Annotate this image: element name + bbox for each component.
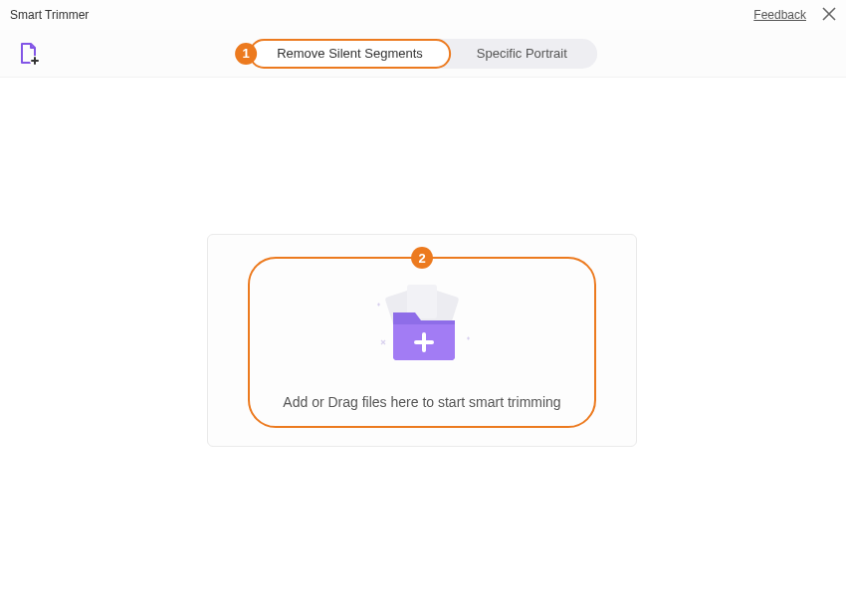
drop-panel: 2	[207, 234, 637, 447]
tab-specific-portrait[interactable]: Specific Portrait	[441, 39, 597, 69]
toolbar: 1 Remove Silent Segments Specific Portra…	[0, 30, 846, 78]
pill-group: Remove Silent Segments Specific Portrait	[249, 39, 597, 69]
mode-tabs: 1 Remove Silent Segments Specific Portra…	[249, 39, 597, 69]
drop-zone[interactable]: 2	[248, 257, 596, 428]
folder-plus-icon	[357, 281, 487, 374]
tab-remove-silent-segments[interactable]: Remove Silent Segments	[249, 39, 451, 69]
app-title: Smart Trimmer	[10, 8, 89, 22]
close-icon[interactable]	[822, 6, 836, 24]
add-file-icon[interactable]	[18, 43, 40, 65]
feedback-link[interactable]: Feedback	[753, 8, 806, 22]
titlebar: Smart Trimmer Feedback	[0, 0, 846, 30]
step-badge-1: 1	[235, 43, 257, 65]
drop-prompt: Add or Drag files here to start smart tr…	[283, 394, 560, 410]
step-badge-2: 2	[411, 247, 433, 269]
main-area: 2	[0, 78, 846, 616]
titlebar-right: Feedback	[753, 6, 836, 24]
